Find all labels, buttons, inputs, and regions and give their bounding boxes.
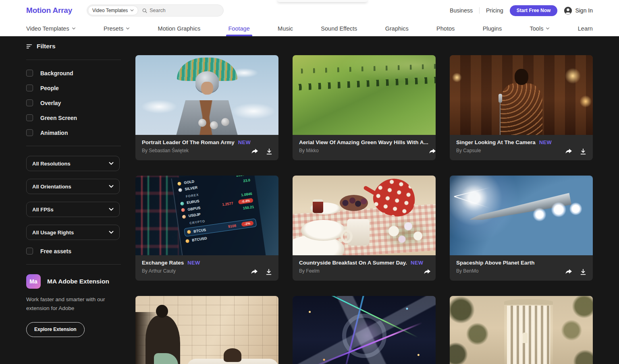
new-badge: NEW: [187, 260, 200, 266]
logo[interactable]: Motion Array: [26, 6, 72, 15]
checkbox[interactable]: [26, 114, 33, 121]
resolutions-dropdown[interactable]: All Resolutions: [26, 156, 120, 171]
share-icon[interactable]: [423, 269, 431, 275]
video-thumbnail[interactable]: [293, 296, 436, 364]
nav-tools[interactable]: Tools: [530, 21, 550, 36]
card-title[interactable]: Portrait Leader Of The Roman Army: [142, 139, 235, 145]
card-author[interactable]: By BenMo: [456, 268, 535, 274]
sign-in-label: Sign In: [575, 7, 593, 14]
primary-nav: Video Templates Presets Motion Graphics …: [0, 21, 619, 36]
card-author[interactable]: By Sebastian Świętek: [142, 148, 251, 153]
chevron-down-icon: [109, 208, 114, 211]
footage-card[interactable]: Singer Looking At The Camera NEW By Caps…: [450, 55, 593, 160]
download-icon[interactable]: [580, 148, 586, 155]
share-icon[interactable]: [251, 148, 258, 155]
video-thumbnail[interactable]: [450, 296, 593, 364]
divider: [26, 60, 121, 60]
download-icon[interactable]: [580, 269, 586, 275]
chevron-down-icon: [126, 27, 130, 30]
new-badge: NEW: [411, 260, 423, 266]
card-title[interactable]: Singer Looking At The Camera: [456, 139, 536, 145]
download-icon[interactable]: [266, 148, 272, 155]
start-free-now-button[interactable]: Start Free Now: [510, 5, 558, 16]
card-title[interactable]: Countryside Breakfast On A Summer Day.: [299, 260, 407, 266]
header-divider: [479, 7, 480, 14]
orientations-dropdown[interactable]: All Orientations: [26, 179, 120, 194]
usage-rights-dropdown[interactable]: All Usage Rights: [26, 225, 120, 240]
chevron-down-icon: [546, 27, 550, 30]
header: Motion Array Video Templates Business Pr…: [0, 0, 619, 36]
search-bar[interactable]: Video Templates: [87, 4, 224, 17]
video-thumbnail[interactable]: GOLD2028.39 SILVER23.0 FOREX EURUS1.0846…: [135, 176, 278, 255]
sign-in-button[interactable]: Sign In: [564, 6, 593, 15]
search-input[interactable]: [150, 8, 222, 13]
card-title[interactable]: Aerial View Of Amazing Green Wavy Hills …: [299, 139, 428, 145]
user-avatar-icon: [564, 6, 572, 15]
video-thumbnail[interactable]: [135, 296, 278, 364]
card-author[interactable]: By Feelm: [299, 268, 423, 274]
chevron-down-icon: [72, 27, 76, 30]
nav-sound-effects[interactable]: Sound Effects: [321, 21, 357, 36]
nav-graphics[interactable]: Graphics: [385, 21, 409, 36]
filter-overlay[interactable]: Overlay: [26, 99, 121, 106]
checkbox[interactable]: [26, 248, 33, 254]
filters-header[interactable]: Filters: [26, 43, 121, 50]
video-thumbnail[interactable]: [450, 176, 593, 255]
checkbox[interactable]: [26, 85, 33, 91]
chevron-down-icon: [109, 231, 114, 234]
nav-motion-graphics[interactable]: Motion Graphics: [158, 21, 201, 36]
card-title[interactable]: Exchange Rates: [142, 260, 184, 266]
checkbox[interactable]: [26, 99, 33, 106]
filter-background[interactable]: Background: [26, 70, 121, 77]
ma-extension-icon: Ma: [26, 274, 41, 289]
footage-card-partial[interactable]: [135, 296, 278, 364]
filter-green-screen[interactable]: Green Screen: [26, 114, 121, 121]
card-author[interactable]: By Arthur Cauty: [142, 268, 200, 274]
nav-video-templates[interactable]: Video Templates: [26, 21, 76, 36]
nav-learn[interactable]: Learn: [578, 21, 593, 36]
footage-card-partial[interactable]: [293, 296, 436, 364]
footage-card[interactable]: Spaceship Above Planet Earth By BenMo: [450, 176, 593, 281]
card-title[interactable]: Spaceship Above Planet Earth: [456, 260, 535, 266]
share-icon[interactable]: [428, 148, 436, 155]
nav-plugins[interactable]: Plugins: [483, 21, 502, 36]
footage-grid: Portrait Leader Of The Roman Army NEW By…: [135, 55, 593, 364]
share-icon[interactable]: [565, 148, 572, 155]
card-author[interactable]: By Mikko: [299, 148, 428, 153]
chevron-down-icon: [109, 185, 114, 188]
nav-photos[interactable]: Photos: [436, 21, 455, 36]
new-badge: NEW: [238, 139, 251, 145]
card-author[interactable]: By Capsule: [456, 148, 552, 153]
top-notification-remnant: [277, 0, 368, 2]
search-icon: [142, 8, 147, 13]
share-icon[interactable]: [565, 269, 572, 275]
filter-people[interactable]: People: [26, 85, 121, 91]
download-icon[interactable]: [266, 269, 272, 275]
share-icon[interactable]: [250, 269, 258, 275]
footage-card[interactable]: Portrait Leader Of The Roman Army NEW By…: [135, 55, 278, 160]
explore-extension-button[interactable]: Explore Extension: [26, 322, 85, 337]
checkbox[interactable]: [26, 70, 33, 77]
video-thumbnail[interactable]: [450, 55, 593, 135]
video-thumbnail[interactable]: [293, 55, 436, 135]
video-thumbnail[interactable]: [135, 55, 278, 135]
filter-lines-icon: [26, 44, 32, 49]
footage-card[interactable]: Aerial View Of Amazing Green Wavy Hills …: [293, 55, 436, 160]
nav-music[interactable]: Music: [278, 21, 293, 36]
fps-dropdown[interactable]: All FPSs: [26, 202, 120, 217]
filter-animation[interactable]: Animation: [26, 129, 121, 136]
nav-footage[interactable]: Footage: [228, 21, 250, 36]
divider: [26, 146, 121, 146]
video-thumbnail[interactable]: [293, 176, 436, 255]
nav-presets[interactable]: Presets: [104, 21, 130, 36]
filter-free-assets[interactable]: Free assets: [26, 248, 121, 254]
footage-card[interactable]: Countryside Breakfast On A Summer Day. N…: [293, 176, 436, 281]
checkbox[interactable]: [26, 129, 33, 136]
search-category-dropdown[interactable]: Video Templates: [88, 6, 138, 15]
footage-card[interactable]: GOLD2028.39 SILVER23.0 FOREX EURUS1.0846…: [135, 176, 278, 281]
search-category-label: Video Templates: [92, 8, 128, 13]
business-link[interactable]: Business: [450, 7, 473, 14]
extension-description: Work faster and smarter with our extensi…: [26, 295, 107, 313]
pricing-link[interactable]: Pricing: [486, 7, 503, 14]
footage-card-partial[interactable]: [450, 296, 593, 364]
